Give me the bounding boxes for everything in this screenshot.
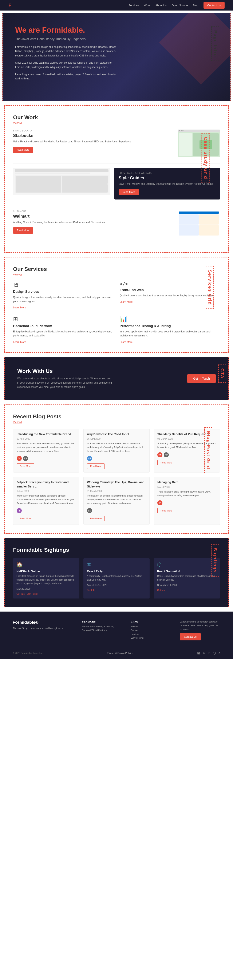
blog-post-1-btn[interactable]: Read More	[87, 463, 105, 469]
services-view-all[interactable]: View All	[13, 273, 220, 276]
sighting-reactrally: ⚛ React Rally A community React conferen…	[83, 558, 150, 598]
sighting-reactsummit-links: Get Info	[157, 589, 217, 591]
case-study-starbucks: STORE LOCATOR Starbucks Using React and …	[13, 130, 220, 157]
service-frontend-link[interactable]: Learn More	[120, 301, 132, 303]
blog-post-1-date: 06 April 2020	[87, 438, 146, 440]
hero-wrapper: Page Intro We are Formidable. The JavaSc…	[2, 13, 231, 101]
footer-services-title: SERVICES	[82, 620, 122, 623]
nav-blog[interactable]: Blog	[193, 4, 198, 7]
services-section: Services Grid Our Services View All 🖥 De…	[4, 257, 229, 353]
halfstack-getinfo[interactable]: Get Info	[16, 593, 25, 595]
github-icon[interactable]: ⬡	[213, 651, 216, 655]
blog-post-3-date: 1 April 2020	[17, 490, 76, 492]
blog-view-all[interactable]: View All	[13, 421, 220, 424]
footer-tagline: The JavaScript consultancy trusted by en…	[13, 627, 73, 630]
footer-privacy[interactable]: Privacy & Cookie Policies	[107, 652, 133, 654]
service-perf: 📊 Performance Testing & Auditing Improve…	[120, 316, 220, 344]
cta-section: CTA Work With Us We partner with our cli…	[4, 357, 229, 400]
blog-grid: Introducing the New Formidable Brand 06 …	[13, 429, 220, 525]
design-icon: 🖥	[13, 281, 113, 288]
nav-opensource[interactable]: Open Source	[172, 4, 188, 7]
case-study-starbucks-title: Starbucks	[13, 133, 171, 138]
rss-icon[interactable]: ⊞	[197, 651, 200, 655]
blog-post-4-desc: Formidable, by design, is a distributed …	[87, 494, 146, 505]
footer-city-0[interactable]: Seattle	[131, 625, 171, 628]
blog-post-1-title: urql Devtools: The Road to V1	[87, 432, 146, 436]
blog-post-0-authors: JA LS	[17, 456, 76, 461]
hero-headline: We are Formidable.	[15, 26, 218, 35]
case-study-starbucks-image	[178, 130, 220, 157]
blog-post-5-btn[interactable]: Read More	[157, 508, 175, 513]
service-frontend-title: Front-End Web	[120, 288, 220, 292]
nav-about[interactable]: About Us	[155, 4, 167, 7]
author-avatar: JA	[17, 456, 22, 461]
blog-post-3-authors: RB	[17, 508, 76, 513]
reactrally-getinfo[interactable]: Get Info	[87, 589, 95, 591]
case-study-sg-desc: Save Time, Money, and Effort by Standard…	[119, 182, 216, 186]
hero-desc3: Launching a new project? Need help with …	[15, 72, 121, 81]
blog-post-2-btn[interactable]: Read More	[157, 460, 175, 465]
blog-post-4-title: Working Remotely: The Ups, Downs, and Si…	[87, 480, 146, 488]
blog-post-0-date: 06 April 2020	[17, 438, 76, 440]
services-grid: 🖥 Design Services Quality designs that a…	[13, 281, 220, 344]
footer-city-2[interactable]: London	[131, 633, 171, 635]
services-title: Our Services	[13, 266, 220, 272]
footer-logo: Formidable®	[13, 620, 73, 625]
footer-service-0[interactable]: Performance Testing & Auditing	[82, 625, 122, 628]
blog-section-label: Blog Post Grid	[204, 427, 212, 473]
sighting-halfstack-name: HalfStack Online	[16, 570, 76, 573]
service-perf-title: Performance Testing & Auditing	[120, 324, 220, 328]
hero-section: Page Intro We are Formidable. The JavaSc…	[3, 13, 230, 101]
other-icon[interactable]: ○	[218, 651, 220, 655]
blog-post-3-btn[interactable]: Read More	[17, 516, 34, 521]
linkedin-icon[interactable]: in	[208, 651, 210, 655]
service-perf-link[interactable]: Learn More	[120, 340, 132, 344]
blog-post-0: Introducing the New Formidable Brand 06 …	[13, 429, 79, 473]
service-backend-title: Backend/Cloud Platform	[13, 324, 113, 328]
service-frontend-desc: Quality frontend architecture that scale…	[120, 294, 220, 298]
work-section-label: Case Study Grid	[201, 133, 209, 183]
footer: Formidable® The JavaScript consultancy t…	[0, 612, 233, 659]
sighting-reactsummit-desc: React Summit Amsterdam conference of all…	[157, 574, 217, 582]
footer-contact-button[interactable]: Contact Us	[180, 633, 201, 640]
case-study-walmart: CHECKOUT Walmart Auditing Code + Removin…	[13, 210, 220, 238]
sighting-reactsummit-date: November 11, 2020	[157, 584, 217, 586]
nav-work[interactable]: Work	[144, 4, 150, 7]
case-study-sg-btn[interactable]: Read More	[119, 189, 139, 195]
nav-contact-button[interactable]: Contact Us	[204, 2, 225, 9]
blog-post-4-btn[interactable]: Read More	[87, 516, 105, 521]
blog-post-0-btn[interactable]: Read More	[17, 463, 34, 469]
case-study-starbucks-btn[interactable]: Read More	[13, 146, 33, 153]
reactrally-icon: ⚛	[87, 562, 146, 568]
case-study-mock	[13, 168, 110, 199]
services-section-label: Services Grid	[206, 266, 214, 309]
reactsummit-icon: ⬡	[157, 562, 217, 568]
case-study-walmart-btn[interactable]: Read More	[13, 227, 33, 234]
sightings-title: Formidable Sightings	[13, 547, 220, 553]
case-study-walmart-title: Walmart	[13, 214, 171, 219]
author-avatar: RS	[157, 452, 163, 457]
case-study-starbucks-tag: STORE LOCATOR	[13, 130, 171, 132]
blog-post-0-title: Introducing the New Formidable Brand	[17, 432, 76, 436]
service-backend-link[interactable]: Learn More	[13, 340, 26, 344]
halfstack-buyticket[interactable]: Buy Ticket	[27, 593, 37, 595]
case-study-walmart-content: CHECKOUT Walmart Auditing Code + Removin…	[13, 210, 171, 234]
case-study-walmart-image	[178, 210, 220, 238]
sighting-halfstack-links: Get Info Buy Ticket	[16, 593, 76, 595]
blog-post-4-authors: LS	[87, 508, 146, 513]
hero-desc1: Formidable is a global design and engine…	[15, 45, 121, 58]
service-design: 🖥 Design Services Quality designs that a…	[13, 281, 113, 309]
footer-service-1[interactable]: Backend/Cloud Platform	[82, 629, 122, 632]
footer-hiring[interactable]: We're Hiring	[131, 636, 171, 639]
cta-button[interactable]: Get In Touch	[187, 374, 216, 383]
footer-city-1[interactable]: Denver	[131, 629, 171, 632]
nav-services[interactable]: Services	[129, 4, 139, 7]
reactsummit-getinfo[interactable]: Get Info	[157, 589, 165, 591]
blog-post-3-desc: Want faster-than-ever before packaging s…	[17, 494, 76, 505]
twitter-icon[interactable]: 𝕏	[203, 651, 205, 655]
blog-post-3-title: Jetpack: trace your way to faster and sm…	[17, 480, 76, 488]
work-view-all[interactable]: View All	[13, 122, 220, 124]
sighting-reactrally-desc: A community React conference August 15-1…	[87, 574, 146, 582]
service-design-link[interactable]: Learn More	[13, 306, 26, 309]
blog-post-5-desc: There is a lot of great info right now o…	[157, 490, 216, 497]
